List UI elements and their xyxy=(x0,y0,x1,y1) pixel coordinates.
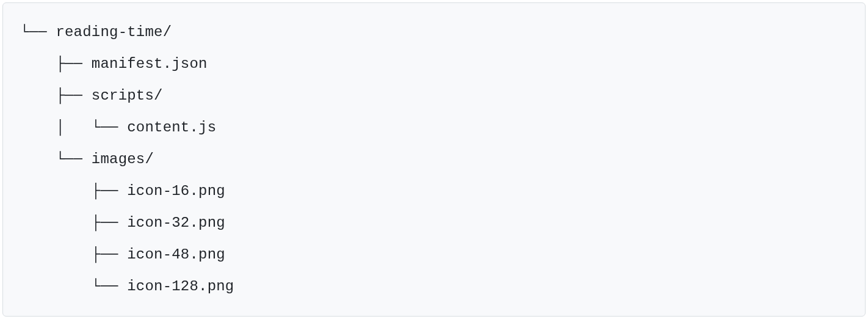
tree-line: └── reading-time/ xyxy=(20,16,848,48)
tree-line: ├── icon-48.png xyxy=(20,239,848,271)
tree-line: ├── icon-16.png xyxy=(20,175,848,207)
tree-line: │ └── content.js xyxy=(20,112,848,144)
tree-line: └── images/ xyxy=(20,144,848,175)
tree-line: └── icon-128.png xyxy=(20,271,848,302)
tree-line: ├── manifest.json xyxy=(20,48,848,80)
tree-line: ├── scripts/ xyxy=(20,80,848,112)
tree-line: ├── icon-32.png xyxy=(20,207,848,239)
code-block: └── reading-time/ ├── manifest.json ├── … xyxy=(2,2,866,317)
